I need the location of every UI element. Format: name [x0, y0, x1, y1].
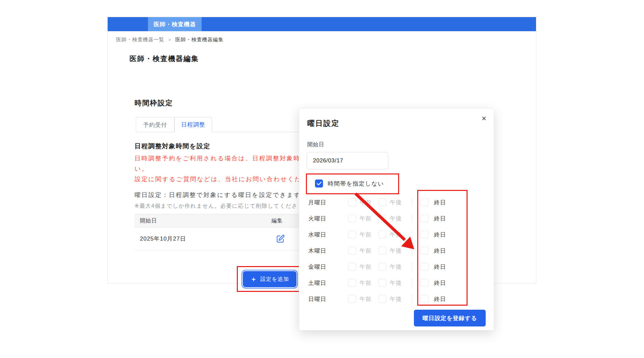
pm-checkbox[interactable]	[378, 279, 386, 287]
breadcrumb-separator-icon: >	[168, 37, 171, 42]
pm-checkbox[interactable]	[378, 295, 386, 303]
pm-label: 午後	[390, 279, 402, 287]
weekday-setting-modal: 曜日設定 × 開始日 時間帯を指定しない 月曜日 午前 午後 終日 火曜日 午前…	[299, 108, 494, 330]
am-checkbox[interactable]	[348, 263, 356, 271]
table-header-edit: 編集	[271, 217, 283, 224]
pm-label: 午後	[390, 295, 402, 303]
am-checkbox[interactable]	[348, 279, 356, 287]
pm-checkbox[interactable]	[378, 231, 386, 239]
pm-label: 午後	[390, 199, 402, 206]
table-header-start-date: 開始日	[135, 217, 271, 224]
warning-line-3: 設定に関するご質問などは、当社にお問い合わせくだ	[135, 174, 302, 185]
pm-checkbox[interactable]	[378, 214, 386, 222]
divider	[412, 230, 412, 239]
am-label: 午前	[360, 231, 372, 239]
day-label: 水曜日	[308, 231, 326, 239]
start-date-label: 開始日	[307, 141, 324, 148]
warning-line-2: い。	[135, 164, 302, 174]
divider	[412, 214, 412, 223]
am-label: 午前	[360, 263, 372, 271]
day-label: 土曜日	[308, 279, 326, 287]
divider	[412, 295, 412, 303]
breadcrumb-parent-link[interactable]: 医師・検査機器一覧	[116, 37, 164, 43]
day-label: 金曜日	[308, 263, 326, 271]
breadcrumb: 医師・検査機器一覧 > 医師・検査機器編集	[116, 37, 224, 43]
am-checkbox[interactable]	[348, 231, 356, 239]
warning-line-1: 日時調整予約をご利用される場合は、日程調整対象時	[135, 153, 302, 164]
pm-checkbox[interactable]	[378, 263, 386, 271]
tab-reservation-accept[interactable]: 予約受付	[136, 117, 174, 132]
warning-text: 日時調整予約をご利用される場合は、日程調整対象時 い。 設定に関するご質問などは…	[135, 153, 302, 185]
app-header-bar: 医師・検査機器	[108, 17, 536, 31]
pm-label: 午後	[390, 263, 402, 271]
am-label: 午前	[360, 247, 372, 255]
adjustment-target-heading: 日程調整対象時間を設定	[135, 142, 210, 151]
divider	[412, 278, 412, 287]
divider	[412, 262, 412, 271]
divider	[412, 198, 412, 207]
header-tab-doctors-equipment[interactable]: 医師・検査機器	[148, 17, 202, 31]
page-title: 医師・検査機器編集	[129, 54, 199, 63]
am-checkbox[interactable]	[348, 214, 356, 222]
am-label: 午前	[360, 279, 372, 287]
am-checkbox[interactable]	[348, 295, 356, 303]
start-date-input[interactable]	[307, 152, 388, 169]
close-icon[interactable]: ×	[482, 114, 486, 122]
edit-icon[interactable]	[276, 235, 285, 243]
annotation-box-add-button	[237, 266, 303, 292]
annotation-box-all-day-column	[417, 190, 468, 306]
tab-schedule-adjustment[interactable]: 日程調整	[174, 117, 212, 132]
day-label: 木曜日	[308, 247, 326, 255]
register-weekday-button[interactable]: 曜日設定を登録する	[414, 310, 486, 326]
pm-label: 午後	[390, 247, 402, 255]
am-label: 午前	[360, 295, 372, 303]
section-title-timeframe: 時間枠設定	[135, 98, 173, 108]
weekday-setting-note: 曜日設定：日程調整で対象にする曜日を設定できます	[135, 191, 301, 199]
table-cell-start-date: 2025年10月27日	[135, 235, 271, 243]
day-label: 月曜日	[308, 199, 326, 206]
day-label: 火曜日	[308, 215, 326, 222]
max-limit-note: ※最大4個までしか作れません。必要に応じて削除してくださ	[135, 203, 298, 210]
am-label: 午前	[360, 215, 372, 222]
breadcrumb-current: 医師・検査機器編集	[175, 37, 224, 43]
divider	[412, 246, 412, 255]
am-label: 午前	[360, 199, 372, 206]
pm-label: 午後	[390, 215, 402, 222]
modal-title: 曜日設定	[307, 118, 339, 129]
pm-label: 午後	[390, 231, 402, 239]
am-checkbox[interactable]	[348, 247, 356, 255]
day-label: 日曜日	[308, 295, 326, 303]
am-checkbox[interactable]	[348, 198, 356, 206]
pm-checkbox[interactable]	[378, 247, 386, 255]
annotation-box-no-time-checkbox	[306, 173, 399, 194]
pm-checkbox[interactable]	[378, 198, 386, 206]
